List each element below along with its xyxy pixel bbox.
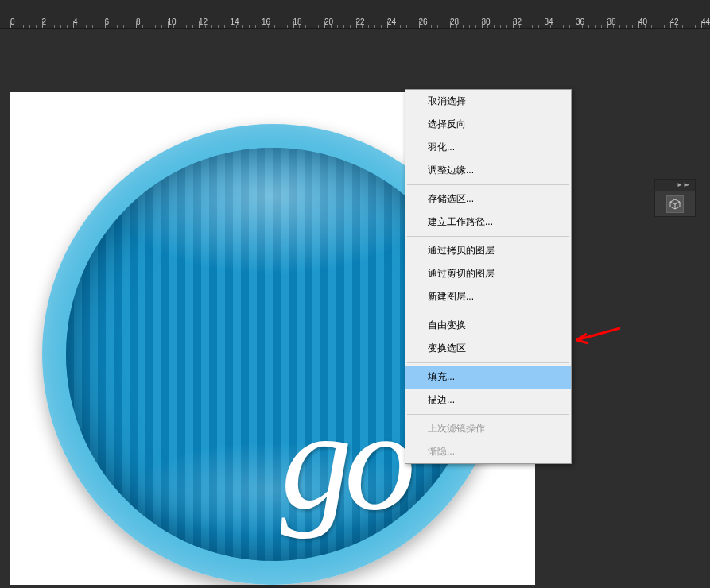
ruler-tick-major — [607, 21, 608, 28]
ruler-tick-minor — [494, 25, 495, 28]
ruler-tick: 16 — [262, 15, 270, 28]
ruler-tick-minor — [305, 25, 306, 28]
ruler-tick: 30 — [482, 15, 491, 28]
panel-close-icon[interactable]: × — [686, 182, 693, 188]
ruler-label: 42 — [670, 17, 679, 26]
menu-separator — [407, 184, 569, 185]
ruler-tick-minor — [362, 25, 363, 28]
menu-item[interactable]: 新建图层... — [405, 285, 571, 308]
ruler-tick-minor — [92, 25, 93, 28]
ruler-tick-major — [670, 21, 671, 28]
menu-item[interactable]: 填充... — [405, 366, 571, 389]
ruler-label: 38 — [607, 17, 616, 26]
ruler-tick-minor — [186, 25, 187, 28]
ruler-tick-minor — [695, 25, 696, 28]
ruler-tick-minor — [632, 25, 633, 28]
ruler-tick-minor — [343, 25, 344, 28]
ruler-tick-major — [356, 21, 357, 28]
ruler-tick-minor — [582, 25, 583, 28]
ruler-label: 44 — [701, 17, 710, 26]
ruler-tick-minor — [500, 25, 501, 28]
ruler-tick: 14 — [231, 15, 239, 28]
ruler-tick-minor — [111, 25, 111, 28]
panel-body — [655, 191, 695, 218]
panel-header: ►► × — [655, 180, 695, 191]
ruler-tick-minor — [67, 25, 68, 28]
ruler-tick-minor — [374, 25, 375, 28]
canvas-workspace[interactable]: go — [0, 29, 710, 588]
ruler-tick-minor — [29, 25, 30, 28]
menu-item[interactable]: 选择反向 — [405, 113, 571, 136]
ruler-tick-minor — [60, 25, 61, 28]
menu-item[interactable]: 描边... — [405, 389, 571, 412]
ruler-tick-minor — [406, 25, 407, 28]
ruler-tick-major — [10, 21, 11, 28]
ruler-marks: 0246810121416182022242628303234363840424… — [0, 15, 710, 28]
ruler-tick-minor — [80, 25, 80, 28]
ruler-tick-minor — [274, 25, 275, 28]
ruler-tick-minor — [538, 25, 539, 28]
ruler-tick-minor — [394, 25, 394, 28]
ruler-tick-major — [231, 21, 231, 28]
ruler-tick-minor — [48, 25, 48, 28]
ruler-tick-minor — [682, 25, 683, 28]
menu-item[interactable]: 变换选区 — [405, 337, 571, 360]
ruler-tick-minor — [595, 25, 596, 28]
ruler-tick-minor — [626, 25, 627, 28]
ruler-label: 26 — [419, 17, 428, 26]
ruler-tick-minor — [318, 25, 319, 28]
menu-item[interactable]: 建立工作路径... — [405, 211, 571, 234]
ruler-tick-minor — [23, 25, 24, 28]
ruler-tick-minor — [381, 25, 382, 28]
ruler-tick-minor — [268, 25, 269, 28]
ruler-tick-major — [262, 21, 262, 28]
ruler-tick-minor — [469, 25, 470, 28]
ruler-tick-major — [450, 21, 451, 28]
menu-separator — [407, 236, 569, 237]
ruler-tick-minor — [557, 25, 557, 28]
ruler-tick-minor — [664, 25, 665, 28]
menu-separator — [407, 414, 569, 415]
ruler-tick: 20 — [324, 15, 333, 28]
ruler-tick-major — [545, 21, 545, 28]
menu-item[interactable]: 存储选区... — [405, 188, 571, 211]
ruler-tick-minor — [689, 25, 689, 28]
ruler-label: 12 — [199, 17, 208, 26]
ruler-tick-major — [293, 21, 294, 28]
menu-item[interactable]: 自由变换 — [405, 314, 571, 337]
ruler-tick-minor — [36, 25, 37, 28]
ruler-tick-minor — [312, 25, 312, 28]
ruler-tick-minor — [519, 25, 520, 28]
ruler-tick-minor — [350, 25, 351, 28]
ruler-tick: 12 — [199, 15, 208, 28]
menu-item[interactable]: 羽化... — [405, 136, 571, 159]
ruler-tick-minor — [619, 25, 620, 28]
menu-item[interactable]: 调整边缘... — [405, 159, 571, 182]
ruler-label: 16 — [262, 17, 270, 26]
horizontal-ruler: 0246810121416182022242628303234363840424… — [0, 0, 710, 29]
panel-collapse-icon[interactable]: ►► — [677, 182, 683, 188]
ruler-tick-major — [482, 21, 483, 28]
ruler-tick: 36 — [576, 15, 584, 28]
ruler-tick: 40 — [638, 15, 647, 28]
collapsed-panel[interactable]: ►► × — [654, 179, 696, 217]
menu-item[interactable]: 通过拷贝的图层 — [405, 239, 571, 262]
panel-3d-icon[interactable] — [666, 195, 684, 213]
ruler-tick-minor — [281, 25, 281, 28]
ruler-tick-minor — [456, 25, 457, 28]
ruler-tick-minor — [475, 25, 476, 28]
ruler-tick-minor — [563, 25, 564, 28]
ruler-tick-major — [419, 21, 420, 28]
ruler-tick: 32 — [513, 15, 522, 28]
menu-separator — [407, 362, 569, 363]
ruler-tick-minor — [444, 25, 444, 28]
ruler-tick-minor — [437, 25, 438, 28]
ruler-tick-minor — [569, 25, 570, 28]
ruler-label: 10 — [168, 17, 177, 26]
ruler-tick: 24 — [387, 15, 396, 28]
menu-item[interactable]: 取消选择 — [405, 90, 571, 113]
ruler-tick-minor — [155, 25, 156, 28]
ruler-tick-major — [199, 21, 200, 28]
menu-item[interactable]: 通过剪切的图层 — [405, 262, 571, 285]
ruler-tick: 38 — [607, 15, 616, 28]
